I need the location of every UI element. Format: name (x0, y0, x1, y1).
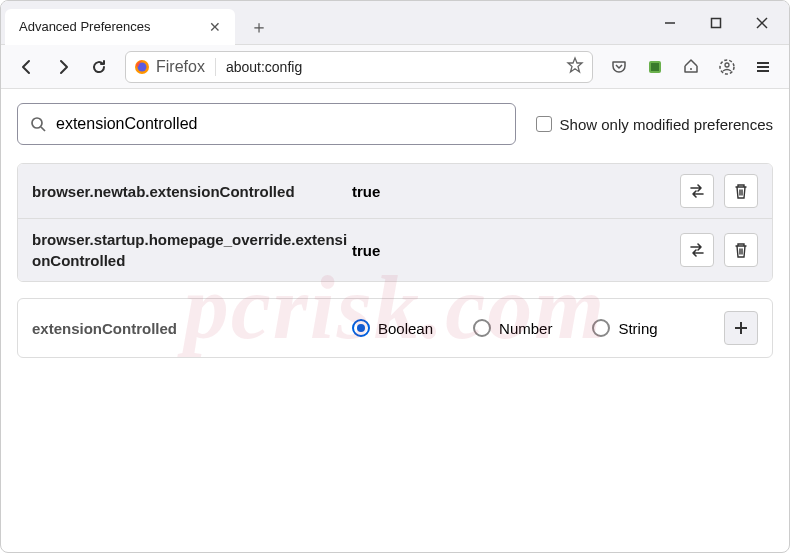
svg-rect-7 (651, 63, 659, 71)
bookmark-star-icon[interactable] (566, 56, 584, 78)
identity-box[interactable]: Firefox (134, 58, 216, 76)
radio-label: String (618, 320, 657, 337)
address-bar[interactable]: Firefox about:config (125, 51, 593, 83)
add-button[interactable] (724, 311, 758, 345)
add-preference-name: extensionControlled (32, 320, 352, 337)
search-icon (30, 116, 46, 132)
radio-string[interactable]: String (592, 319, 657, 337)
url-text: about:config (222, 59, 306, 75)
delete-button[interactable] (724, 233, 758, 267)
toggle-button[interactable] (680, 174, 714, 208)
toolbar: Firefox about:config (1, 45, 789, 89)
reload-button[interactable] (83, 51, 115, 83)
pocket-icon[interactable] (603, 51, 635, 83)
tab-title: Advanced Preferences (19, 19, 205, 34)
close-tab-icon[interactable]: ✕ (205, 17, 225, 37)
preference-value: true (352, 242, 680, 259)
account-icon[interactable] (711, 51, 743, 83)
radio-icon (592, 319, 610, 337)
close-window-button[interactable] (739, 3, 785, 43)
search-box[interactable] (17, 103, 516, 145)
preference-row: browser.startup.homepage_override.extens… (18, 219, 772, 281)
radio-label: Boolean (378, 320, 433, 337)
window-controls (647, 3, 789, 43)
radio-boolean[interactable]: Boolean (352, 319, 433, 337)
preference-row: browser.newtab.extensionControlled true (18, 164, 772, 219)
svg-point-8 (690, 68, 692, 70)
delete-button[interactable] (724, 174, 758, 208)
svg-point-10 (725, 63, 729, 67)
browser-tab[interactable]: Advanced Preferences ✕ (5, 9, 235, 45)
content-area: Show only modified preferences browser.n… (1, 89, 789, 372)
svg-line-15 (41, 127, 45, 131)
preference-value: true (352, 183, 680, 200)
radio-icon (352, 319, 370, 337)
toggle-button[interactable] (680, 233, 714, 267)
svg-point-14 (32, 118, 42, 128)
search-input[interactable] (56, 115, 503, 133)
downloads-icon[interactable] (675, 51, 707, 83)
maximize-button[interactable] (693, 3, 739, 43)
svg-rect-1 (712, 18, 721, 27)
minimize-button[interactable] (647, 3, 693, 43)
radio-number[interactable]: Number (473, 319, 552, 337)
menu-button[interactable] (747, 51, 779, 83)
extension-icon[interactable] (639, 51, 671, 83)
back-button[interactable] (11, 51, 43, 83)
add-preference-row: extensionControlled Boolean Number Strin… (17, 298, 773, 358)
type-radio-group: Boolean Number String (352, 319, 724, 337)
forward-button[interactable] (47, 51, 79, 83)
radio-icon (473, 319, 491, 337)
preference-name: browser.newtab.extensionControlled (32, 181, 352, 202)
radio-label: Number (499, 320, 552, 337)
checkbox-icon (536, 116, 552, 132)
firefox-logo-icon (134, 59, 150, 75)
titlebar: Advanced Preferences ✕ ＋ (1, 1, 789, 45)
new-tab-button[interactable]: ＋ (245, 13, 273, 41)
checkbox-label: Show only modified preferences (560, 116, 773, 133)
identity-label: Firefox (156, 58, 205, 76)
preference-name: browser.startup.homepage_override.extens… (32, 229, 352, 271)
preference-list: browser.newtab.extensionControlled true … (17, 163, 773, 282)
show-modified-checkbox[interactable]: Show only modified preferences (536, 116, 773, 133)
